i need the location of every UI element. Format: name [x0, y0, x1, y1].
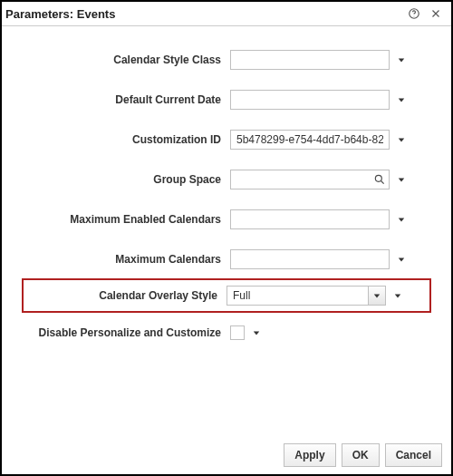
- dialog-titlebar: Parameters: Events: [2, 2, 451, 26]
- label-max-calendars: Maximum Calendars: [14, 253, 230, 266]
- apply-button[interactable]: Apply: [284, 443, 335, 467]
- label-calendar-style-class: Calendar Style Class: [14, 53, 230, 66]
- label-default-current-date: Default Current Date: [14, 93, 230, 106]
- row-group-space: Group Space: [14, 170, 439, 189]
- select-value-calendar-overlay-style: Full: [233, 289, 250, 302]
- label-group-space: Group Space: [14, 173, 230, 186]
- dropdown-calendar-overlay-style[interactable]: [393, 291, 402, 300]
- dropdown-disable-personalize[interactable]: [252, 328, 261, 337]
- dropdown-calendar-style-class[interactable]: [397, 55, 406, 64]
- label-max-enabled-calendars: Maximum Enabled Calendars: [14, 213, 230, 226]
- dropdown-max-calendars[interactable]: [397, 255, 406, 264]
- row-customization-id: Customization ID: [14, 130, 439, 150]
- ok-button[interactable]: OK: [342, 443, 380, 467]
- dialog-footer: Apply OK Cancel: [284, 443, 442, 467]
- dropdown-max-enabled-calendars[interactable]: [397, 215, 406, 224]
- input-group-space[interactable]: [230, 170, 390, 189]
- checkbox-disable-personalize[interactable]: [230, 325, 245, 340]
- row-max-calendars: Maximum Calendars: [14, 249, 439, 269]
- dropdown-customization-id[interactable]: [397, 135, 406, 144]
- select-calendar-overlay-style[interactable]: Full: [226, 286, 386, 306]
- svg-point-1: [414, 15, 415, 16]
- row-disable-personalize: Disable Personalize and Customize: [14, 325, 439, 340]
- help-icon[interactable]: [406, 5, 422, 22]
- close-icon[interactable]: [428, 5, 444, 22]
- label-customization-id: Customization ID: [14, 133, 230, 146]
- select-toggle-calendar-overlay-style[interactable]: [368, 287, 385, 305]
- row-default-current-date: Default Current Date: [14, 90, 439, 110]
- highlight-calendar-overlay-style: Calendar Overlay Style Full: [22, 278, 431, 313]
- dropdown-default-current-date[interactable]: [397, 95, 406, 104]
- row-calendar-overlay-style: Calendar Overlay Style Full: [24, 286, 424, 306]
- input-max-enabled-calendars[interactable]: [230, 209, 390, 229]
- dialog-content: Calendar Style Class Default Current Dat…: [2, 26, 451, 347]
- cancel-button[interactable]: Cancel: [385, 443, 442, 467]
- label-disable-personalize: Disable Personalize and Customize: [24, 326, 230, 339]
- label-calendar-overlay-style: Calendar Overlay Style: [24, 289, 226, 302]
- input-max-calendars[interactable]: [230, 249, 390, 269]
- row-calendar-style-class: Calendar Style Class: [14, 50, 439, 70]
- row-max-enabled-calendars: Maximum Enabled Calendars: [14, 209, 439, 229]
- dialog-title: Parameters: Events: [2, 7, 115, 21]
- input-customization-id[interactable]: [230, 130, 390, 150]
- dropdown-group-space[interactable]: [397, 175, 406, 184]
- input-default-current-date[interactable]: [230, 90, 390, 110]
- input-calendar-style-class[interactable]: [230, 50, 390, 70]
